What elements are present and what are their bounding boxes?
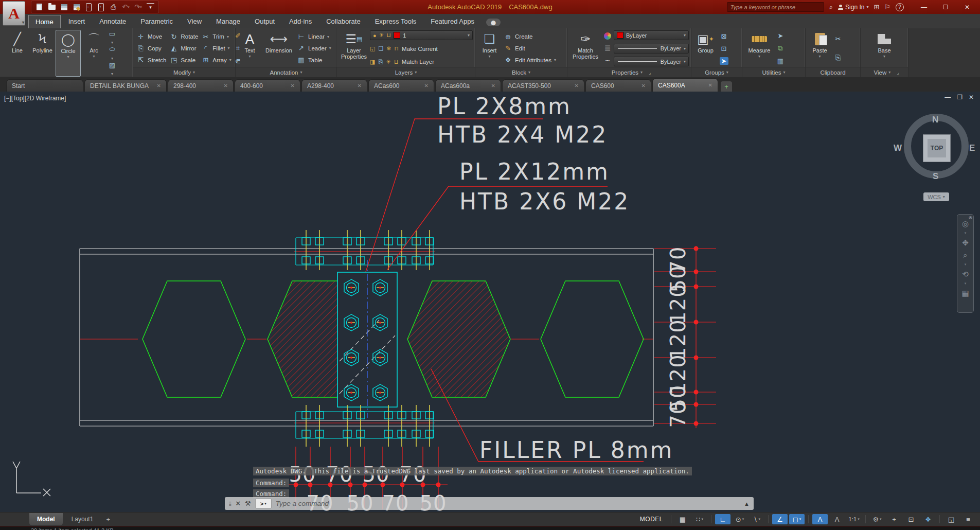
- minimize-button[interactable]: —: [914, 2, 934, 12]
- file-tab[interactable]: 400-600✕: [235, 79, 300, 92]
- file-tab[interactable]: ACas600a✕: [435, 79, 501, 92]
- layout1-tab[interactable]: Layout1: [64, 513, 101, 525]
- move-button[interactable]: ✛Move: [136, 32, 166, 42]
- object-snap-icon[interactable]: ◻▾: [789, 514, 805, 524]
- trim-button[interactable]: ✂Trim▾: [201, 32, 231, 42]
- tab-view[interactable]: View: [181, 15, 208, 28]
- group-selection-toggle-icon[interactable]: ➤: [720, 57, 728, 65]
- annotation-visibility-icon[interactable]: A: [812, 514, 828, 524]
- showmotion-icon[interactable]: ▦: [961, 289, 969, 297]
- orbit-icon[interactable]: ⟲: [962, 270, 969, 278]
- linetype-list-icon[interactable]: ☰: [603, 44, 612, 52]
- save-to-web-mobile-icon[interactable]: ↓: [85, 3, 93, 11]
- navbar-close-icon[interactable]: ⊗: [968, 215, 972, 220]
- close-tab-icon[interactable]: ✕: [224, 83, 228, 89]
- dimension-button[interactable]: ⟷ Dimension: [263, 30, 295, 67]
- help-icon[interactable]: ?: [896, 3, 904, 11]
- tab-annotate[interactable]: Annotate: [93, 15, 133, 28]
- clean-screen-icon[interactable]: ◱: [943, 514, 959, 524]
- cut-icon[interactable]: ✂: [834, 35, 843, 43]
- close-tab-icon[interactable]: ✕: [157, 83, 161, 89]
- doc-restore-icon[interactable]: ❐: [957, 94, 963, 101]
- viewcube-top-face[interactable]: TOP: [923, 134, 951, 162]
- viewcube-west[interactable]: W: [894, 143, 902, 153]
- ellipse-icon[interactable]: ⬭ ▾: [108, 45, 117, 61]
- edit-attributes-button[interactable]: ❖Edit Attributes▾: [504, 55, 564, 65]
- tab-manage[interactable]: Manage: [209, 15, 247, 28]
- command-grip-icon[interactable]: ⁞⁞: [229, 501, 231, 507]
- ortho-toggle-icon[interactable]: ∟: [715, 514, 730, 524]
- create-block-button[interactable]: ⊕Create: [504, 32, 564, 42]
- ucs-icon[interactable]: [13, 462, 50, 496]
- file-tab-active[interactable]: CAS600A✕: [652, 78, 718, 92]
- snap-mode-icon[interactable]: ∷▾: [692, 514, 707, 524]
- annotation-autoscale-icon[interactable]: A: [829, 514, 845, 524]
- new-layout-icon[interactable]: +: [102, 516, 114, 523]
- linear-button[interactable]: ⊢Linear▾: [297, 32, 333, 42]
- panel-label-clipboard[interactable]: Clipboard: [806, 67, 860, 77]
- annotation-labels[interactable]: PL 2X8mm HTB 2X4 M22 PL 2X12mm HTB 2X6 M…: [437, 93, 673, 463]
- open-from-web-mobile-icon[interactable]: ↑: [97, 3, 105, 11]
- viewport-controls[interactable]: [−][Top][2D Wireframe]: [4, 95, 66, 102]
- open-file-icon[interactable]: [48, 3, 56, 11]
- group-button[interactable]: ▣✦ Group: [693, 30, 718, 67]
- layer-dropdown[interactable]: ● ☀ ⊔ 1 ▾: [370, 30, 473, 40]
- paste-button[interactable]: Paste▾: [808, 30, 832, 67]
- match-layer-button[interactable]: ◨ ⎘ ☀ ⊔ Match Layer: [370, 57, 473, 66]
- app-store-icon[interactable]: ⊞: [874, 3, 879, 11]
- color-wheel-icon[interactable]: [604, 32, 611, 40]
- model-tab[interactable]: Model: [29, 513, 63, 525]
- tab-home[interactable]: Home: [28, 15, 61, 28]
- close-tab-icon[interactable]: ✕: [358, 83, 362, 89]
- top-flange-bolts[interactable]: [294, 230, 435, 270]
- table-button[interactable]: ▦Table: [297, 55, 333, 65]
- make-current-button[interactable]: ◱ ❏ ❄ ⊓ Make Current: [370, 44, 473, 54]
- layer-properties-button[interactable]: ☰▤ Layer Properties: [339, 30, 369, 67]
- select-similar-icon[interactable]: ⧉: [776, 44, 785, 52]
- tab-output[interactable]: Output: [248, 15, 281, 28]
- application-menu-button[interactable]: A▾: [3, 1, 25, 26]
- plot-icon[interactable]: ⎙: [110, 3, 117, 11]
- redo-icon[interactable]: ↷▾: [134, 3, 142, 11]
- line-button[interactable]: ╱ Line: [5, 30, 29, 77]
- undo-icon[interactable]: ↶▾: [122, 3, 130, 11]
- cad-drawing[interactable]: 50 70 50 70 70 50 70 50: [0, 92, 980, 512]
- hardware-acceleration-icon[interactable]: ❖: [920, 514, 936, 524]
- stay-connected-icon[interactable]: ⚐: [884, 3, 890, 11]
- command-expand-icon[interactable]: ▲: [744, 501, 750, 507]
- panel-label-block[interactable]: Block▾: [475, 67, 567, 77]
- file-tab[interactable]: ACAST350-500✕: [502, 79, 584, 92]
- file-tab[interactable]: ACas600✕: [368, 79, 434, 92]
- panel-label-annotation[interactable]: Annotation▾: [236, 67, 336, 77]
- arc-button[interactable]: ⌒ Arc▾: [82, 30, 106, 77]
- tab-featured-apps[interactable]: Featured Apps: [424, 15, 481, 28]
- maximize-button[interactable]: ☐: [936, 2, 955, 12]
- command-close-icon[interactable]: ✕: [235, 500, 241, 507]
- command-input[interactable]: Type a command: [276, 500, 329, 507]
- panel-label-layers[interactable]: Layers▾: [337, 67, 475, 77]
- tab-addins[interactable]: Add-ins: [282, 15, 318, 28]
- file-tab[interactable]: A298-400✕: [301, 79, 367, 92]
- close-tab-icon[interactable]: ✕: [642, 83, 646, 89]
- mirror-button[interactable]: ◭Mirror: [169, 43, 198, 53]
- viewcube-south[interactable]: S: [933, 171, 938, 182]
- file-tab[interactable]: CAS600✕: [585, 79, 651, 92]
- polyline-button[interactable]: Ϟ Polyline: [30, 30, 55, 77]
- fillet-button[interactable]: ◜Fillet▾: [201, 43, 231, 53]
- polar-tracking-icon[interactable]: ⊙▾: [732, 514, 747, 524]
- close-tab-icon[interactable]: ✕: [291, 83, 295, 89]
- tab-express-tools[interactable]: Express Tools: [368, 15, 423, 28]
- file-tab[interactable]: 298-400✕: [168, 79, 234, 92]
- base-button[interactable]: Base▾: [872, 30, 897, 67]
- object-color-dropdown[interactable]: ByLayer▾: [614, 30, 689, 40]
- right-dimensions[interactable]: 70 50 120 120 120 50 70: [654, 246, 716, 428]
- sign-in-button[interactable]: Sign In ▾: [838, 4, 868, 11]
- panel-label-view[interactable]: View▾⌟: [861, 67, 908, 77]
- stretch-button[interactable]: ⇱Stretch: [136, 55, 166, 65]
- new-file-icon[interactable]: [35, 3, 43, 11]
- close-tab-icon[interactable]: ✕: [575, 83, 579, 89]
- ribbon-options-icon[interactable]: ⬤: [486, 19, 501, 26]
- panel-label-utilities[interactable]: Utilities▾: [742, 67, 805, 77]
- command-line-bar[interactable]: ⁞⁞ ✕ ⚒ >▾ Type a command ▲: [225, 497, 754, 510]
- leader-button[interactable]: ↗Leader▾: [297, 43, 333, 53]
